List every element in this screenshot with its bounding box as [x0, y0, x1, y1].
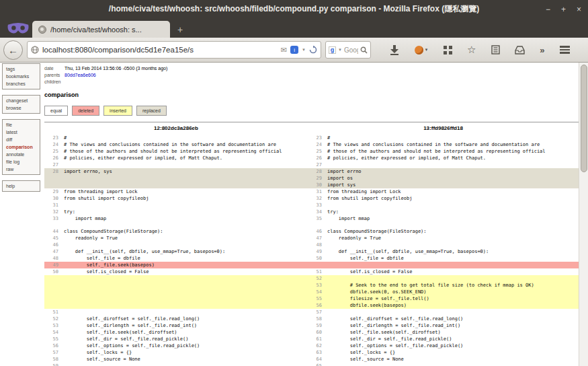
lineno-left[interactable]: 52 — [44, 316, 62, 322]
lineno-right[interactable]: 46 — [308, 228, 325, 235]
lineno-right[interactable]: 24 — [308, 141, 325, 148]
urlbar-dropdown-icon[interactable]: ▼ — [302, 48, 306, 52]
lineno-right[interactable]: 58 — [308, 316, 325, 322]
sidebar-item-file[interactable]: file — [3, 121, 40, 129]
sidebar-item-help[interactable]: help — [3, 182, 40, 190]
lineno-left[interactable]: 47 — [44, 248, 62, 255]
lineno-right[interactable]: 63 — [308, 349, 325, 356]
apps-grid-icon[interactable] — [444, 46, 452, 54]
back-button[interactable]: ← — [3, 40, 23, 60]
lineno-right[interactable]: 65 — [308, 363, 325, 366]
shield-icon[interactable]: i — [290, 46, 298, 54]
url-bar[interactable]: localhost:8080/comparison/dc5d1e7ea15e/s… — [27, 41, 321, 59]
lineno-right[interactable]: 50 — [308, 255, 325, 262]
lineno-right[interactable]: 55 — [308, 295, 325, 302]
lineno-left[interactable]: 30 — [44, 195, 62, 202]
menu-icon[interactable] — [560, 46, 570, 54]
lineno-right[interactable]: 27 — [308, 161, 325, 168]
lineno-left[interactable]: 56 — [44, 342, 62, 349]
lineno-left[interactable]: 29 — [44, 188, 62, 195]
lineno-right[interactable]: 34 — [308, 209, 325, 215]
lineno-right[interactable]: 29 — [308, 175, 325, 182]
lineno-left[interactable]: 23 — [44, 135, 62, 141]
lineno-right[interactable]: 26 — [308, 155, 325, 161]
lineno-right[interactable]: 47 — [308, 235, 325, 242]
lineno-left[interactable]: 59 — [44, 363, 62, 366]
right-revision-header[interactable]: 13:ffd9826ffd18 — [308, 122, 579, 135]
maximize-button[interactable]: + — [561, 5, 566, 14]
lineno-right[interactable]: 33 — [308, 202, 325, 209]
titlebar[interactable]: /home/civa/test/whoosh: src/whoosh/filed… — [0, 0, 588, 18]
lineno-right[interactable]: 53 — [308, 282, 325, 289]
sidebar-item-annotate[interactable]: annotate — [3, 151, 40, 158]
new-tab-button[interactable]: + — [170, 22, 190, 36]
lineno-right[interactable]: 59 — [308, 322, 325, 329]
url-input[interactable]: localhost:8080/comparison/dc5d1e7ea15e/s — [42, 46, 278, 54]
lineno-right[interactable]: 23 — [308, 135, 325, 141]
sidebar-item-file-log[interactable]: file log — [3, 158, 40, 166]
lineno-right[interactable]: 62 — [308, 342, 325, 349]
addon-icon[interactable]: ▼ — [415, 46, 429, 54]
lineno-right[interactable]: 28 — [308, 168, 325, 175]
sidebar-item-branches[interactable]: branches — [3, 80, 40, 87]
sidebar-item-bookmarks[interactable]: bookmarks — [3, 73, 40, 80]
search-engine-dropdown-icon[interactable]: ▼ — [338, 48, 342, 52]
close-button[interactable]: × — [577, 5, 581, 14]
mail-icon[interactable]: ✉ — [281, 46, 287, 54]
lineno-right[interactable]: 49 — [308, 248, 325, 255]
lineno-right[interactable]: 64 — [308, 356, 325, 363]
lineno-right[interactable]: 57 — [308, 309, 325, 316]
sidebar-item-tags[interactable]: tags — [3, 65, 40, 73]
lineno-right[interactable]: 61 — [308, 336, 325, 342]
lineno-left[interactable]: 26 — [44, 155, 62, 161]
overflow-chevron-icon[interactable]: » — [540, 45, 544, 55]
lineno-right[interactable]: 48 — [308, 242, 325, 248]
lineno-left[interactable]: 51 — [44, 309, 62, 316]
lineno-left[interactable]: 24 — [44, 141, 62, 148]
scrollbar-thumb[interactable] — [581, 65, 587, 172]
sidebar-item-browse[interactable]: browse — [3, 104, 40, 112]
sidebar-item-comparison[interactable]: comparison — [3, 143, 40, 151]
lineno-left[interactable]: 50 — [44, 268, 62, 275]
lineno-right[interactable]: 35 — [308, 215, 325, 222]
reload-icon[interactable] — [309, 46, 317, 54]
google-engine-icon[interactable]: g — [329, 46, 336, 54]
lineno-right[interactable]: 60 — [308, 329, 325, 336]
sidebar-item-diff[interactable]: diff — [3, 136, 40, 143]
lineno-left[interactable]: 44 — [44, 228, 62, 235]
sidebar-item-latest[interactable]: latest — [3, 129, 40, 136]
lineno-left[interactable]: 53 — [44, 322, 62, 329]
sidebar-item-changeset[interactable]: changeset — [3, 97, 40, 104]
lineno-left[interactable]: 57 — [44, 349, 62, 356]
search-bar[interactable]: g ▼ Google — [325, 41, 371, 59]
lineno-left[interactable]: 49 — [44, 262, 62, 268]
lineno-right[interactable]: 30 — [308, 182, 325, 188]
search-icon[interactable] — [360, 46, 368, 54]
lineno-left[interactable]: 55 — [44, 336, 62, 342]
download-icon[interactable] — [390, 45, 399, 55]
lineno-left[interactable]: 45 — [44, 235, 62, 242]
lineno-right[interactable]: 54 — [308, 289, 325, 295]
lineno-right[interactable]: 56 — [308, 302, 325, 309]
lineno-left[interactable]: 58 — [44, 356, 62, 363]
lineno-left[interactable]: 48 — [44, 255, 62, 262]
lineno-right[interactable]: 25 — [308, 148, 325, 155]
lineno-left[interactable]: 54 — [44, 329, 62, 336]
minimize-button[interactable]: − — [546, 5, 550, 14]
parent-changeset-link[interactable]: 80dd7ea6e606 — [65, 72, 96, 79]
tab-active[interactable]: /home/civa/test/whoosh: s... — [32, 21, 170, 38]
left-revision-header[interactable]: 12:802dc3a286eb — [44, 122, 308, 135]
bookmarks-menu-icon[interactable] — [491, 45, 500, 54]
history-tray-icon[interactable] — [515, 46, 525, 54]
lineno-left[interactable]: 28 — [44, 168, 62, 175]
lineno-left[interactable]: 32 — [44, 209, 62, 215]
lineno-right[interactable]: 51 — [308, 268, 325, 275]
bookmark-star-icon[interactable]: ☆ — [467, 44, 476, 56]
search-input[interactable]: Google — [344, 46, 358, 54]
vertical-scrollbar[interactable] — [579, 63, 588, 366]
sidebar-item-raw[interactable]: raw — [3, 166, 40, 173]
lineno-left[interactable]: 25 — [44, 148, 62, 155]
lineno-right[interactable]: 52 — [308, 275, 325, 282]
lineno-left[interactable]: 27 — [44, 161, 62, 168]
lineno-right[interactable]: 31 — [308, 188, 325, 195]
